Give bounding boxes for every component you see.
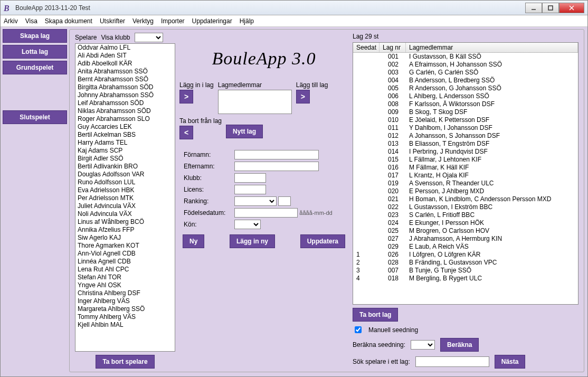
ranking-select[interactable] (234, 196, 277, 206)
kon-select[interactable] (234, 220, 261, 229)
col-lagmedlemmar[interactable]: Lagmedlemmar (406, 43, 578, 52)
team-row[interactable]: 4018M Bergling, B Rygert ULC (353, 275, 578, 282)
sok-spelare-input[interactable] (415, 356, 489, 367)
team-row[interactable]: 010E Jöelaid, K Pettersson DSF (353, 116, 578, 124)
player-list-item[interactable]: Tommy Ahlberg VÄS (75, 313, 175, 321)
team-row[interactable]: 012A Johansson, S Johansson DSF (353, 132, 578, 140)
lagmedlemmar-box[interactable] (218, 90, 292, 114)
player-list-item[interactable]: Linnéa Agnell CDB (75, 258, 175, 266)
minimize-button[interactable] (525, 3, 542, 13)
berakna-seedning-select[interactable] (411, 340, 435, 350)
player-list-item[interactable]: Thore Agmarken KOT (75, 242, 175, 250)
player-list-item[interactable]: Guy Accarcies LEK (75, 123, 175, 131)
klubb-input[interactable] (234, 173, 266, 183)
uppdatera-button[interactable]: Uppdatera (300, 234, 345, 248)
efternamn-input[interactable] (234, 162, 319, 171)
team-row[interactable]: 024E Ekunger, I Persson HÖK (353, 219, 578, 227)
team-row[interactable]: 005R Andersson, G Johansson SSÖ (353, 84, 578, 92)
team-row[interactable]: 011Y Dahlbom, I Johansson DSF (353, 124, 578, 132)
player-list-item[interactable]: Noli Advincula VÄX (75, 210, 175, 218)
manuell-seedning-checkbox[interactable] (355, 326, 362, 333)
team-row[interactable]: 006L Ahlberg, L Andersson SSÖ (353, 92, 578, 100)
ranking-extra-input[interactable] (278, 196, 291, 206)
team-row[interactable]: 023S Carlén, L Fritioff BBC (353, 211, 578, 219)
ta-bort-lag-button[interactable]: Ta bort lag (353, 308, 398, 322)
teams-table[interactable]: Seedat Lag nr Lagmedlemmar 001I Gustavss… (353, 42, 578, 305)
close-button[interactable] (559, 3, 584, 13)
menu-uppdateringar[interactable]: Uppdateringar (192, 17, 232, 25)
player-list-item[interactable]: Linus af Wåhlberg BCÖ (75, 218, 175, 226)
player-list-item[interactable]: Bernt Abrahamsson SSÖ (75, 76, 175, 83)
team-row[interactable]: 027J Abrahamsson, A Hermburg KIN (353, 235, 578, 243)
team-row[interactable]: 008F Karlsson, Å Wiktorsson DSF (353, 100, 578, 108)
add-to-team-button[interactable]: > (179, 90, 193, 103)
menu-skapa-dokument[interactable]: Skapa dokument (45, 17, 92, 25)
team-row[interactable]: 020E Persson, J Ahlberg MXD (353, 187, 578, 195)
team-row[interactable]: 2028B Fränding, L Gustavsson VPC (353, 259, 578, 267)
berakna-button[interactable]: Beräkna (440, 338, 479, 352)
fornamn-input[interactable] (234, 150, 319, 159)
team-row[interactable]: 016M Fällmar, K Häll KIF (353, 164, 578, 172)
remove-from-team-button[interactable]: < (179, 126, 193, 139)
team-row[interactable]: 003G Carlén, G Carlén SSÖ (353, 69, 578, 77)
menu-visa[interactable]: Visa (25, 17, 37, 25)
team-row[interactable]: 1026I Löfgren, O Löfgren KÄR (353, 251, 578, 259)
player-list-item[interactable]: Runo Adolfsson LUL (75, 178, 175, 186)
sidebar-lotta-lag[interactable]: Lotta lag (3, 45, 67, 59)
player-list-item[interactable]: Johnny Abrahamsson SSÖ (75, 91, 175, 99)
player-list-item[interactable]: Oddvar Aalmo LFL (75, 44, 175, 52)
player-list-item[interactable]: Bertil Ackelman SBS (75, 131, 175, 139)
player-list-item[interactable]: Anita Abrahamsson SSÖ (75, 68, 175, 76)
player-list-item[interactable]: Ali Abdi Aden SIT (75, 52, 175, 60)
team-row[interactable]: 021H Boman, K Lindblom, C Andersson Pers… (353, 195, 578, 203)
player-list-item[interactable]: Per Adrielsson MTK (75, 194, 175, 202)
nytt-lag-button[interactable]: Nytt lag (226, 125, 263, 138)
ny-button[interactable]: Ny (183, 234, 204, 248)
team-row[interactable]: 004B Andersson, L Bredberg SSÖ (353, 77, 578, 84)
sidebar-skapa-lag[interactable]: Skapa lag (3, 29, 67, 43)
add-team-button[interactable]: > (296, 90, 310, 103)
player-list-item[interactable]: Stefan Ahl TOR (75, 274, 175, 281)
player-list-item[interactable]: Ann-Viol Agnell CDB (75, 250, 175, 258)
team-row[interactable]: 009B Skog, T Skog DSF (353, 108, 578, 116)
player-list-item[interactable]: Harry Adams TEL (75, 139, 175, 147)
player-list-item[interactable]: Annika Afzelius FFP (75, 226, 175, 234)
lagg-in-ny-button[interactable]: Lägg in ny (230, 234, 275, 248)
sidebar-grundspelet[interactable]: Grundspelet (3, 61, 67, 74)
player-list-item[interactable]: Niklas Abrahamsson SÖD (75, 107, 175, 115)
team-row[interactable]: 013B Eliasson, T Engström DSF (353, 140, 578, 148)
menu-utskrifter[interactable]: Utskrifter (100, 17, 125, 25)
player-list-item[interactable]: Leif Abrahamsson SÖD (75, 99, 175, 107)
sidebar-slutspelet[interactable]: Slutspelet (3, 110, 67, 124)
menu-verktyg[interactable]: Verktyg (132, 17, 154, 25)
menu-hjalp[interactable]: Hjälp (240, 17, 254, 25)
klubb-filter-select[interactable] (135, 33, 163, 42)
player-list-item[interactable]: Adib Aboelkoll KÄR (75, 60, 175, 68)
player-list-item[interactable]: Yngve Ahl OSK (75, 281, 175, 289)
player-list-item[interactable]: Eva Adrielsson HBK (75, 186, 175, 194)
menu-arkiv[interactable]: Arkiv (4, 17, 18, 25)
ta-bort-spelare-button[interactable]: Ta bort spelare (96, 355, 154, 369)
team-row[interactable]: 017L Krantz, H Ojala KIF (353, 172, 578, 180)
nasta-button[interactable]: Nästa (495, 355, 526, 369)
team-row[interactable]: 014I Perbring, J Rundqvist DSF (353, 148, 578, 156)
player-list-item[interactable]: Siw Agerlo KAJ (75, 234, 175, 242)
player-list-item[interactable]: Inger Ahlberg VÄS (75, 297, 175, 305)
col-lagnr[interactable]: Lag nr (380, 43, 406, 52)
team-row[interactable]: 019A Svensson, R Theander ULC (353, 180, 578, 187)
menu-importer[interactable]: Importer (161, 17, 185, 25)
player-list-item[interactable]: Douglas Adolfsson VAR (75, 171, 175, 178)
maximize-button[interactable] (542, 3, 559, 13)
player-list-item[interactable]: Birgit Adler SSÖ (75, 155, 175, 163)
player-list-item[interactable]: Birgitta Abrahamsson SÖD (75, 83, 175, 91)
players-listbox[interactable]: Oddvar Aalmo LFLAli Abdi Aden SITAdib Ab… (75, 43, 175, 352)
fodelsedatum-input[interactable] (234, 208, 298, 218)
player-list-item[interactable]: Christina Ahlberg DSF (75, 289, 175, 297)
col-seedat[interactable]: Seedat (353, 43, 380, 52)
team-row[interactable]: 001I Gustavsson, B Käll SSÖ (353, 53, 578, 61)
team-row[interactable]: 022L Gustavsson, I Ekström BBC (353, 203, 578, 211)
player-list-item[interactable]: Lena Rut Ahl CPC (75, 266, 175, 274)
team-row[interactable]: 3007B Tunje, G Tunje SSÖ (353, 267, 578, 275)
player-list-item[interactable]: Bertil Adlivankin BRO (75, 163, 175, 171)
player-list-item[interactable]: Roger Abrahamsson SLO (75, 115, 175, 123)
